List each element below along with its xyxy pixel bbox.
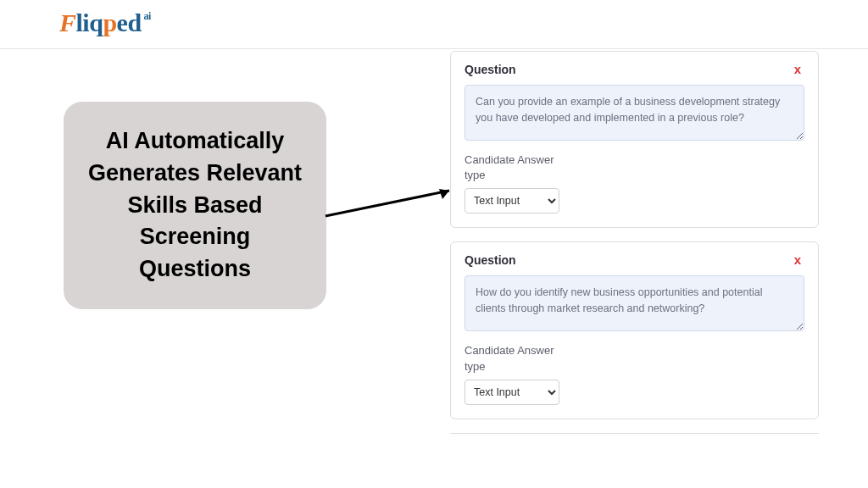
card-header: Question x (465, 252, 804, 267)
logo-part-ai: ai (144, 10, 151, 23)
answer-label-line2: type (465, 360, 486, 373)
logo-part-liq: liq (76, 8, 103, 37)
answer-label-line1: Candidate Answer (465, 153, 554, 166)
app-header: Fliqpedai (0, 0, 868, 49)
answer-label-line1: Candidate Answer (465, 344, 554, 357)
question-card: Question x How do you identify new busin… (450, 241, 819, 419)
logo-part-ed: ed (117, 8, 142, 37)
question-textarea[interactable]: How do you identify new business opportu… (465, 275, 804, 331)
question-heading: Question (465, 63, 516, 76)
feature-callout: AI Automatically Generates Relevant Skil… (64, 102, 326, 309)
answer-type-label: Candidate Answer type (465, 152, 804, 183)
svg-line-0 (326, 191, 449, 216)
logo-part-f: F (59, 8, 76, 37)
questions-panel: Question x Can you provide an example of… (450, 51, 819, 434)
close-icon[interactable]: x (791, 62, 804, 76)
answer-type-label: Candidate Answer type (465, 343, 804, 374)
question-card: Question x Can you provide an example of… (450, 51, 819, 228)
callout-text: AI Automatically Generates Relevant Skil… (88, 128, 302, 281)
brand-logo: Fliqpedai (59, 8, 151, 37)
next-card-edge (450, 433, 819, 434)
answer-type-select[interactable]: Text Input (465, 188, 559, 214)
close-icon[interactable]: x (791, 252, 804, 267)
question-heading: Question (465, 253, 516, 267)
logo-part-p: p (103, 8, 116, 37)
answer-label-line2: type (465, 169, 486, 181)
arrow-icon (322, 182, 466, 225)
answer-type-select[interactable]: Text Input (465, 380, 559, 405)
card-header: Question x (465, 62, 804, 76)
svg-marker-1 (439, 189, 449, 199)
question-textarea[interactable]: Can you provide an example of a business… (465, 85, 804, 141)
